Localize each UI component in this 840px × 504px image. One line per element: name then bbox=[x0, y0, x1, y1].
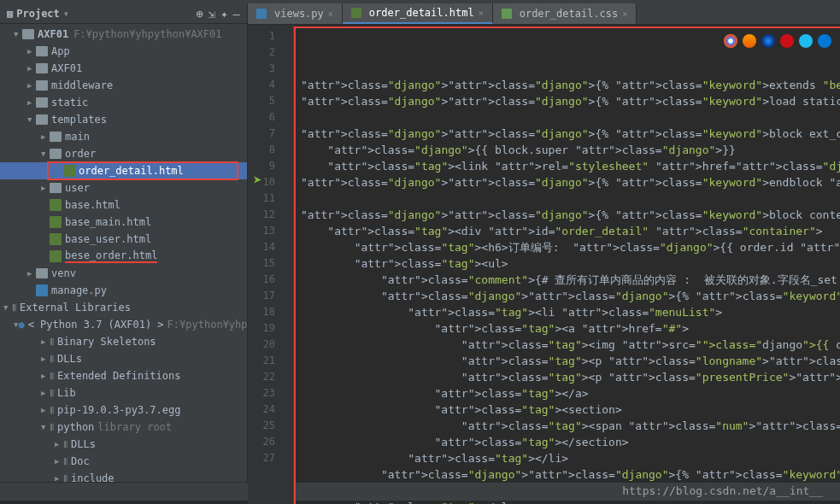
ext-tree-item[interactable]: ▼⫴pythonlibrary root bbox=[0, 419, 247, 436]
chrome-icon[interactable] bbox=[724, 34, 737, 48]
ext-tree-item[interactable]: ▶⫴Doc bbox=[0, 453, 247, 470]
tab-order_detail-html[interactable]: order_detail.html× bbox=[343, 3, 493, 24]
tree-item-App[interactable]: ▶App bbox=[0, 43, 247, 60]
project-panel-title: Project bbox=[16, 8, 60, 20]
ie-icon[interactable] bbox=[799, 34, 813, 48]
expand-icon[interactable]: ⇲ bbox=[209, 7, 215, 21]
tree-item-order_detail-html[interactable]: order_detail.html bbox=[0, 162, 247, 179]
tree-item-user[interactable]: ▶user bbox=[0, 179, 247, 196]
editor-area: views.py×order_detail.html×order_detail.… bbox=[248, 3, 840, 482]
tree-item-static[interactable]: ▶static bbox=[0, 94, 247, 111]
code-editor[interactable]: "attr">class="django">"attr">class="djan… bbox=[294, 25, 840, 504]
external-libraries[interactable]: ▼⫴ External Libraries bbox=[0, 299, 247, 316]
edge-icon[interactable] bbox=[818, 34, 831, 48]
tree-item-order[interactable]: ▼order bbox=[0, 145, 247, 162]
python-env[interactable]: ▼● < Python 3.7 (AXF01) > F:¥python¥yhpy… bbox=[0, 316, 247, 333]
tree-item-manage-py[interactable]: manage.py bbox=[0, 282, 247, 299]
ext-tree-item[interactable]: ▶⫴Binary Skeletons bbox=[0, 333, 247, 350]
tree-item-base_main-html[interactable]: base_main.html bbox=[0, 214, 247, 231]
ext-tree-item[interactable]: ▶⫴include bbox=[0, 470, 247, 482]
close-icon[interactable]: × bbox=[328, 9, 333, 19]
tree-item-venv[interactable]: ▶venv bbox=[0, 265, 247, 282]
watermark: https://blog.csdn.net/a__int__ bbox=[622, 484, 823, 497]
tab-order_detail-css[interactable]: order_detail.css× bbox=[493, 3, 637, 24]
tree-item-templates[interactable]: ▼templates bbox=[0, 111, 247, 128]
tree-item-middleware[interactable]: ▶middleware bbox=[0, 77, 247, 94]
opera-icon[interactable] bbox=[780, 34, 794, 48]
tree-item-bese_order-html[interactable]: bese_order.html bbox=[0, 248, 247, 265]
close-icon[interactable]: × bbox=[622, 9, 627, 19]
ext-tree-item[interactable]: ▶⫴Lib bbox=[0, 384, 247, 401]
ext-tree-item[interactable]: ▶⫴Extended Definitions bbox=[0, 367, 247, 384]
firefox-icon[interactable] bbox=[743, 34, 756, 48]
line-gutter: 1234567891011121314151617181920212223242… bbox=[248, 25, 282, 504]
project-root[interactable]: ▼ AXF01 F:¥python¥yhpython¥AXF01 bbox=[0, 26, 247, 43]
folder-icon: ▦ bbox=[7, 8, 13, 20]
safari-icon[interactable] bbox=[761, 34, 775, 48]
annotation-arrow: ➤ bbox=[253, 171, 262, 189]
tree-item-base-html[interactable]: base.html bbox=[0, 196, 247, 214]
collapse-icon[interactable]: ✦ bbox=[220, 7, 227, 21]
hide-icon[interactable]: — bbox=[233, 7, 240, 21]
project-panel-header: ▦ Project ▾ ⊕ ⇲ ✦ — bbox=[0, 3, 247, 24]
ext-tree-item[interactable]: ▶⫴DLLs bbox=[0, 436, 247, 453]
ext-tree-item[interactable]: ▶⫴pip-19.0.3-py3.7.egg bbox=[0, 401, 247, 419]
fold-gutter bbox=[282, 25, 294, 504]
tab-views-py[interactable]: views.py× bbox=[248, 3, 343, 24]
tree-item-AXF01[interactable]: ▶AXF01 bbox=[0, 60, 247, 77]
editor-tabs: views.py×order_detail.html×order_detail.… bbox=[248, 3, 840, 25]
close-icon[interactable]: × bbox=[479, 9, 484, 18]
tree-item-main[interactable]: ▶main bbox=[0, 128, 247, 145]
tree-item-base_user-html[interactable]: base_user.html bbox=[0, 231, 247, 248]
target-icon[interactable]: ⊕ bbox=[196, 7, 203, 21]
project-tree: ▼ AXF01 F:¥python¥yhpython¥AXF01 ▶App▶AX… bbox=[0, 24, 247, 482]
project-sidebar: ▦ Project ▾ ⊕ ⇲ ✦ — ▼ AXF01 F:¥python¥yh… bbox=[0, 3, 248, 482]
browser-preview-bar bbox=[724, 34, 831, 48]
ext-tree-item[interactable]: ▶⫴DLLs bbox=[0, 350, 247, 367]
